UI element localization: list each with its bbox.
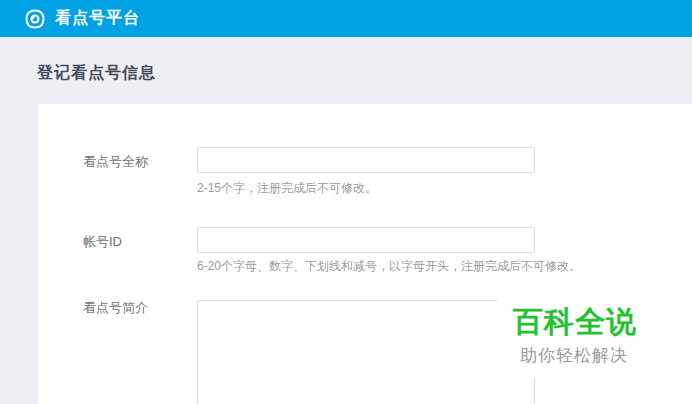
kandian-name-hint: 2-15个字，注册完成后不可修改。 [197,180,377,197]
app-title: 看点号平台 [55,8,140,29]
kandian-intro-textarea[interactable] [197,300,535,404]
account-id-label: 帐号ID [83,233,122,251]
app-header: 看点号平台 [0,0,692,37]
eye-icon [24,8,46,30]
watermark-subtitle: 助你轻松解决 [520,344,628,367]
page-title: 登记看点号信息 [37,63,156,84]
kandian-intro-label: 看点号简介 [83,299,148,317]
kandian-name-input[interactable] [197,147,535,173]
watermark-title: 百科全说 [513,302,637,343]
watermark: 百科全说 助你轻松解决 [497,292,692,378]
account-id-input[interactable] [197,227,535,253]
kandian-name-label: 看点号全称 [83,153,148,171]
account-id-hint: 6-20个字母、数字、下划线和减号，以字母开头，注册完成后不可修改。 [197,258,581,275]
